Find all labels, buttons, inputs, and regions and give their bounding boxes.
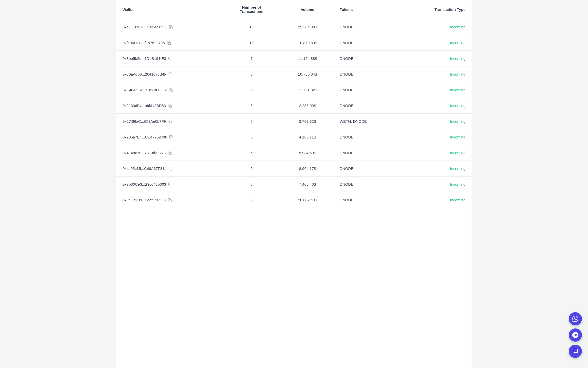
wallet-cell: 0x8ee5b2e...1DbB191fE3: [116, 51, 222, 66]
table-row: 0x4148670...7313d32773 55,934.60$DNODEIn…: [116, 145, 472, 161]
svg-rect-10: [170, 184, 172, 186]
table-container: Wallet Number ofTransactions Volume Toke…: [116, 0, 472, 368]
copy-icon[interactable]: [169, 88, 173, 92]
incoming-badge: Incoming: [450, 151, 465, 155]
table-row: 0x285a7E4...CE47762498 54,183.71$DNODEIn…: [116, 129, 472, 145]
tokens-value: DNODE: [334, 192, 399, 208]
tokens-value: DNODE: [334, 66, 399, 82]
svg-rect-8: [169, 152, 171, 155]
svg-rect-1: [168, 42, 171, 45]
table-row: 0xE4045C4...e8c70F0392 611,721.32$DNODEI…: [116, 82, 472, 98]
wallet-address: 0x80aAdb6...2641c73B4F: [123, 72, 166, 76]
volume-value: 3,703.32$: [281, 114, 334, 129]
table-row: 0xD93d109...3edfE20980 520,802.43$DNODEI…: [116, 192, 472, 208]
volume-value: 8,964.17$: [281, 161, 334, 177]
tokens-value: DNODE: [334, 177, 399, 192]
transaction-type: Incoming: [399, 66, 472, 82]
volume-value: 2,233.00$: [281, 98, 334, 114]
wallet-cell: 0x80aAdb6...2641c73B4F: [116, 66, 222, 82]
table-row: 0xf106D1C...f157522796 1010,870.89$DNODE…: [116, 35, 472, 51]
whatsapp-fab-button[interactable]: [569, 312, 582, 325]
transactions-count: 5: [222, 114, 281, 129]
wallet-address: 0x27f66aC...653Ae0b7F9: [123, 119, 166, 124]
copy-icon[interactable]: [168, 72, 172, 76]
wallet-address: 0x285a7E4...CE47762498: [123, 135, 167, 139]
wallet-cell: 0x4148670...7313d32773: [116, 145, 222, 161]
wallet-address: 0xE4045C4...e8c70F0392: [123, 88, 167, 92]
transactions-count: 6: [222, 82, 281, 98]
transaction-type: Incoming: [399, 114, 472, 129]
chat-fab-button[interactable]: [569, 345, 582, 358]
svg-rect-4: [170, 90, 172, 92]
wallet-address: 0x4C6B3EF...7102441441: [123, 25, 167, 29]
wallet-address: 0xD93d109...3edfE20980: [123, 198, 166, 202]
wallet-cell: 0x4c95c35...C48A67F814: [116, 161, 222, 177]
wallet-cell: 0xD93d109...3edfE20980: [116, 192, 222, 208]
table-row: 0x27f66aC...653Ae0b7F9 53,703.32$WETH, D…: [116, 114, 472, 129]
tokens-value: DNODE: [334, 161, 399, 177]
transaction-type: Incoming: [399, 129, 472, 145]
table-row: 0x80aAdb6...2641c73B4F 610,756.84$DNODEI…: [116, 66, 472, 82]
transaction-type: Incoming: [399, 98, 472, 114]
telegram-fab-button[interactable]: [569, 328, 582, 342]
volume-value: 25,384.88$: [281, 19, 334, 35]
transactions-table: Wallet Number ofTransactions Volume Toke…: [116, 0, 472, 208]
header-tokens: Tokens: [334, 0, 399, 19]
wallet-cell: 0xf106D1C...f157522796: [116, 35, 222, 51]
transaction-type: Incoming: [399, 145, 472, 161]
volume-value: 10,756.84$: [281, 66, 334, 82]
header-wallet: Wallet: [116, 0, 222, 19]
wallet-address: 0x21336F4...bbf312BD83: [123, 103, 166, 108]
incoming-badge: Incoming: [450, 25, 465, 29]
tokens-value: DNODE: [334, 35, 399, 51]
wallet-address: 0x4c95c35...C48A67F814: [123, 166, 166, 171]
transactions-count: 5: [222, 145, 281, 161]
copy-icon[interactable]: [168, 182, 172, 186]
wallet-address: 0x4148670...7313d32773: [123, 151, 166, 155]
wallet-cell: 0x27f66aC...653Ae0b7F9: [116, 114, 222, 129]
header-transaction-type: Transaction Type: [399, 0, 472, 19]
header-volume: Volume: [281, 0, 334, 19]
table-wrapper: Wallet Number ofTransactions Volume Toke…: [116, 0, 472, 208]
table-row: 0x4C6B3EF...7102441441 1825,384.88$DNODE…: [116, 19, 472, 35]
copy-icon[interactable]: [168, 104, 172, 108]
copy-icon[interactable]: [168, 167, 172, 171]
volume-value: 10,870.89$: [281, 35, 334, 51]
svg-rect-9: [170, 168, 172, 170]
transactions-count: 5: [222, 192, 281, 208]
header-transactions: Number ofTransactions: [222, 0, 281, 19]
svg-rect-7: [171, 137, 173, 139]
copy-icon[interactable]: [168, 119, 172, 124]
wallet-cell: 0x4C6B3EF...7102441441: [116, 19, 222, 35]
incoming-badge: Incoming: [450, 72, 465, 76]
incoming-badge: Incoming: [450, 198, 465, 202]
copy-icon[interactable]: [168, 151, 172, 155]
table-row: 0x21336F4...bbf312BD83 52,233.00$DNODEIn…: [116, 98, 472, 114]
transaction-type: Incoming: [399, 82, 472, 98]
incoming-badge: Incoming: [450, 103, 465, 108]
tokens-value: DNODE: [334, 129, 399, 145]
volume-value: 11,721.32$: [281, 82, 334, 98]
volume-value: 11,194.88$: [281, 51, 334, 66]
copy-icon[interactable]: [168, 198, 172, 202]
copy-icon[interactable]: [169, 25, 173, 29]
tokens-value: WETH, DNODE: [334, 114, 399, 129]
svg-rect-0: [170, 27, 173, 29]
tokens-value: DNODE: [334, 51, 399, 66]
copy-icon[interactable]: [169, 135, 173, 139]
transaction-type: Incoming: [399, 19, 472, 35]
transactions-count: 5: [222, 161, 281, 177]
incoming-badge: Incoming: [450, 56, 465, 61]
wallet-cell: 0xE4045C4...e8c70F0392: [116, 82, 222, 98]
incoming-badge: Incoming: [450, 166, 465, 171]
tokens-value: DNODE: [334, 145, 399, 161]
copy-icon[interactable]: [168, 57, 172, 61]
fab-container: [569, 312, 582, 358]
copy-icon[interactable]: [167, 41, 171, 45]
incoming-badge: Incoming: [450, 182, 465, 186]
wallet-cell: 0x21336F4...bbf312BD83: [116, 98, 222, 114]
incoming-badge: Incoming: [450, 41, 465, 45]
wallet-address: 0x7b30Ce3...29c6435003: [123, 182, 166, 186]
transaction-type: Incoming: [399, 177, 472, 192]
wallet-address: 0xf106D1C...f157522796: [123, 41, 165, 45]
